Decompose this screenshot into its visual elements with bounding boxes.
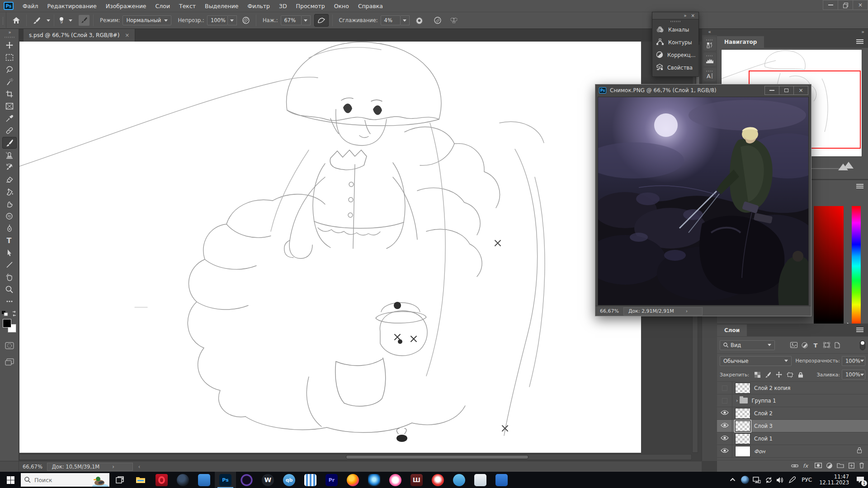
blend-mode-dropdown[interactable]: Обычные	[720, 356, 792, 366]
photoshop-icon[interactable]: Ps	[215, 472, 236, 488]
tab-close-icon[interactable]: ×	[125, 32, 129, 38]
filter-shape-layers-icon[interactable]	[821, 341, 832, 350]
group-icon[interactable]	[837, 463, 844, 469]
pink-circle-app-icon[interactable]	[385, 472, 406, 488]
qbittorrent-icon[interactable]: qb	[278, 472, 300, 488]
shikimori-icon[interactable]: Ш	[406, 472, 427, 488]
foreground-color-swatch[interactable]	[3, 319, 11, 328]
layer-thumbnail[interactable]	[735, 408, 750, 419]
eraser-tool[interactable]	[2, 174, 17, 185]
adjustment-icon[interactable]	[826, 463, 832, 470]
brush-size-dropdown-arrow[interactable]	[69, 19, 72, 22]
default-swap-colors[interactable]	[2, 311, 17, 316]
stripes-app-icon[interactable]	[300, 472, 321, 488]
floating-document-window[interactable]: Ps Снимок.PNG @ 66,7% (Слой 1, RGB/8) ×	[595, 84, 811, 316]
float-maximize-button[interactable]	[779, 86, 794, 95]
menu-11[interactable]: Справка	[354, 0, 387, 12]
language-indicator[interactable]: РУС	[798, 477, 816, 483]
layer-thumbnail[interactable]	[735, 383, 750, 394]
filter-smart-objects-icon[interactable]	[832, 341, 843, 350]
histogram-panel-button[interactable]	[703, 52, 716, 66]
layer-row-1[interactable]: Слой 2 копия	[717, 382, 868, 394]
screen-mode-button[interactable]	[2, 356, 17, 368]
visibility-toggle[interactable]	[717, 445, 732, 457]
filter-type-layers-icon[interactable]: T	[810, 341, 821, 350]
spot-healing-tool[interactable]	[2, 125, 17, 136]
mask-icon[interactable]	[815, 463, 822, 469]
float-zoom-level[interactable]: 66,67%	[600, 308, 619, 314]
flyout-gripper[interactable]	[670, 21, 680, 22]
notification-center-button[interactable]: 1	[853, 472, 868, 488]
layer-thumbnail[interactable]	[735, 433, 750, 444]
opacity-pressure-icon[interactable]	[240, 14, 252, 27]
brush-tool[interactable]	[2, 137, 17, 149]
line-tool[interactable]	[2, 259, 17, 271]
foreground-background-swatches[interactable]	[3, 319, 16, 333]
menu-7[interactable]: Фильтр	[243, 0, 274, 12]
light-app-icon[interactable]	[470, 472, 491, 488]
airbrush-toggle[interactable]	[431, 14, 444, 27]
firefox-icon[interactable]	[342, 472, 363, 488]
lock-all-icon[interactable]	[795, 370, 806, 379]
menu-1[interactable]: Файл	[18, 0, 43, 12]
layer-filter-select[interactable]: Вид	[720, 340, 775, 350]
opacity-input[interactable]: 100%	[207, 15, 228, 25]
flyout-item-каналы[interactable]: Каналы	[652, 23, 698, 36]
tab-navigator[interactable]: Навигатор	[717, 36, 764, 48]
flyout-close-icon[interactable]: ×	[691, 13, 695, 18]
steam-icon[interactable]	[172, 472, 193, 488]
history-brush-tool[interactable]	[2, 161, 17, 173]
file-explorer-button[interactable]	[130, 472, 151, 488]
paint-bucket-tool[interactable]	[2, 186, 17, 197]
frame-tool[interactable]	[2, 100, 17, 112]
layer-filter-toggle[interactable]	[860, 340, 865, 350]
filter-adjustment-layers-icon[interactable]	[799, 341, 810, 350]
opacity-dropdown-arrow[interactable]	[228, 15, 237, 25]
link-icon[interactable]	[791, 463, 798, 469]
tray-pen-icon[interactable]	[786, 472, 798, 488]
flyout-collapse-chevron[interactable]: »	[684, 13, 686, 18]
rectangular-marquee-tool[interactable]	[2, 52, 17, 63]
visibility-toggle[interactable]	[717, 432, 732, 445]
flow-input[interactable]: 67%	[281, 15, 302, 25]
panels-collapse-chevron[interactable]: »	[861, 29, 864, 35]
wattpad-icon[interactable]: W	[257, 472, 278, 488]
layer-row-6[interactable]: Фон	[717, 445, 868, 458]
smudge-tool[interactable]	[2, 198, 17, 210]
globe-app-icon[interactable]	[363, 472, 385, 488]
smoothing-dropdown-arrow[interactable]	[401, 15, 410, 25]
tray-volume-icon[interactable]	[774, 472, 786, 488]
horizontal-scrollbar[interactable]	[19, 454, 692, 460]
computer-icon[interactable]	[193, 472, 215, 488]
layers-fill-input[interactable]: 100%	[842, 370, 865, 380]
navigator-menu-icon[interactable]	[856, 39, 863, 40]
pen-pressure-toggle[interactable]	[314, 14, 329, 27]
smoothing-input[interactable]: 4%	[381, 15, 401, 25]
layer-row-2[interactable]: ›Группа 1	[717, 394, 868, 407]
tray-network-icon[interactable]	[751, 472, 763, 488]
telegram-icon[interactable]	[448, 472, 470, 488]
quick-mask-button[interactable]	[2, 340, 17, 352]
dodge-tool[interactable]	[2, 210, 17, 222]
float-close-button[interactable]: ×	[793, 86, 808, 95]
visibility-toggle[interactable]	[717, 420, 732, 432]
menu-10[interactable]: Окно	[330, 0, 354, 12]
toolbar-gripper[interactable]	[5, 37, 14, 38]
tool-preset-dropdown-arrow[interactable]	[47, 19, 50, 22]
move-tool[interactable]	[2, 39, 17, 51]
layers-menu-icon[interactable]	[856, 328, 863, 328]
layers-opacity-input[interactable]: 100%	[842, 356, 865, 366]
color-saturation-square[interactable]	[814, 206, 844, 326]
color-panel-menu-icon[interactable]	[856, 184, 863, 185]
fx-icon[interactable]: fx	[803, 463, 810, 470]
path-select-tool[interactable]	[2, 247, 17, 258]
flow-dropdown-arrow[interactable]	[302, 15, 311, 25]
crop-tool[interactable]	[2, 88, 17, 100]
lock-transparency-icon[interactable]	[752, 370, 763, 379]
status-doc-size[interactable]: Док: 10,5M/39,1M ›	[47, 463, 133, 471]
layer-row-3[interactable]: Слой 2	[717, 407, 868, 420]
dock-expand-chevron[interactable]: «	[702, 29, 717, 35]
home-button[interactable]	[10, 14, 23, 27]
status-collapse-arrow[interactable]: ‹	[138, 464, 141, 470]
character-panel-button[interactable]: A	[703, 68, 716, 81]
